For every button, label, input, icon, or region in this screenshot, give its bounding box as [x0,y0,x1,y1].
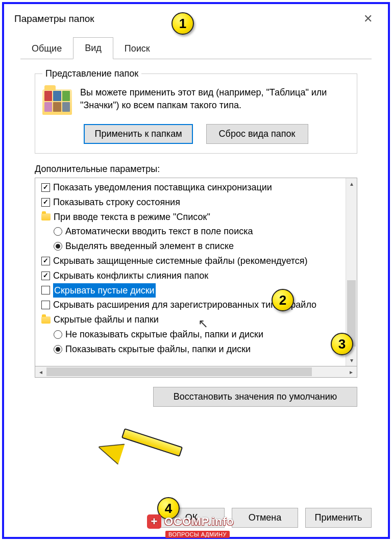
option-label: Не показывать скрытые файлы, папки и дис… [65,327,263,342]
opt-typing-search[interactable]: Автоматически вводить текст в поле поиск… [38,224,346,239]
scroll-right-icon[interactable]: ▸ [346,368,357,376]
titlebar: Параметры папок ✕ [4,4,388,33]
advanced-settings-tree[interactable]: Показать уведомления поставщика синхрони… [35,178,357,366]
opt-hide-merge[interactable]: Скрывать конфликты слияния папок [38,268,346,283]
watermark-text: OCOMP.info [164,515,234,528]
checkbox-icon[interactable] [41,198,50,207]
radio-icon[interactable] [54,227,62,236]
radio-icon[interactable] [54,345,62,354]
group-typing: При вводе текста в режиме "Список" [38,210,346,225]
tab-panel-view: Представление папок Вы можете применить … [20,59,372,411]
option-label: Скрывать конфликты слияния папок [53,268,208,283]
option-label: Скрывать пустые диски [53,283,156,298]
advanced-settings-label: Дополнительные параметры: [35,164,357,175]
folder-icon [41,316,51,324]
folder-icon [42,89,72,115]
scroll-thumb[interactable] [46,367,312,376]
opt-status-bar[interactable]: Показывать строку состояния [38,195,346,210]
option-label: Выделять введенный элемент в списке [65,239,234,254]
annotation-badge-3: 3 [331,333,353,355]
opt-hide-empty-drives[interactable]: Скрывать пустые диски [38,283,346,298]
watermark-subtext: ВОПРОСЫ АДМИНУ [165,531,230,538]
scroll-down-icon[interactable]: ▾ [346,355,357,366]
option-label: Показывать скрытые файлы, папки и диски [65,342,251,357]
folder-icon [41,213,51,220]
checkbox-icon[interactable] [41,286,50,294]
tab-general[interactable]: Общие [20,38,73,59]
annotation-badge-1: 1 [172,12,194,35]
apply-button[interactable]: Применить [305,508,372,528]
checkbox-icon[interactable] [41,257,50,265]
radio-icon[interactable] [54,330,62,339]
cancel-button[interactable]: Отмена [232,508,298,528]
watermark-cross-icon: + [147,514,161,529]
dialog-window: Параметры папок ✕ Общие Вид Поиск Предст… [2,2,390,539]
option-label: Показать уведомления поставщика синхрони… [53,180,272,195]
option-label: Автоматически вводить текст в поле поиск… [65,224,253,239]
horizontal-scrollbar[interactable]: ◂ ▸ [35,366,357,378]
checkbox-icon[interactable] [41,272,50,280]
group-hidden-files: Скрытые файлы и папки [38,312,346,327]
tab-search[interactable]: Поиск [113,38,161,59]
opt-hide-protected[interactable]: Скрывать защищенные системные файлы (рек… [38,254,346,268]
close-button[interactable]: ✕ [358,10,378,28]
restore-defaults-button[interactable]: Восстановить значения по умолчанию [153,387,357,407]
checkbox-icon[interactable] [41,183,50,192]
option-label: Скрытые файлы и папки [54,312,159,327]
reset-folders-button[interactable]: Сброс вида папок [206,124,308,144]
cursor-icon: ↖ [198,316,208,331]
apply-to-folders-button[interactable]: Применить к папкам [84,124,192,144]
watermark: + OCOMP.info [147,514,234,529]
checkbox-icon[interactable] [41,301,50,309]
scroll-left-icon[interactable]: ◂ [35,368,46,376]
window-title: Параметры папок [14,13,94,24]
tab-view[interactable]: Вид [73,37,113,59]
option-label: Показывать строку состояния [53,195,180,210]
scroll-up-icon[interactable]: ▴ [346,178,357,189]
folder-view-group: Представление папок Вы можете применить … [35,68,357,154]
folder-view-legend: Представление папок [42,68,141,79]
folder-view-description: Вы можете применить этот вид (например, … [80,86,350,112]
option-label: При вводе текста в режиме "Список" [54,210,210,225]
opt-hidden-hide[interactable]: Не показывать скрытые файлы, папки и дис… [38,327,346,342]
annotation-badge-2: 2 [272,289,294,311]
opt-typing-select[interactable]: Выделять введенный элемент в списке [38,239,346,254]
radio-icon[interactable] [54,242,62,251]
opt-sync-notifications[interactable]: Показать уведомления поставщика синхрони… [38,180,346,195]
opt-hidden-show[interactable]: Показывать скрытые файлы, папки и диски [38,342,346,357]
opt-hide-extensions[interactable]: Скрывать расширения для зарегистрированн… [38,298,346,312]
tab-strip: Общие Вид Поиск [20,37,372,59]
option-label: Скрывать защищенные системные файлы (рек… [53,254,308,268]
scroll-track[interactable] [46,366,346,377]
